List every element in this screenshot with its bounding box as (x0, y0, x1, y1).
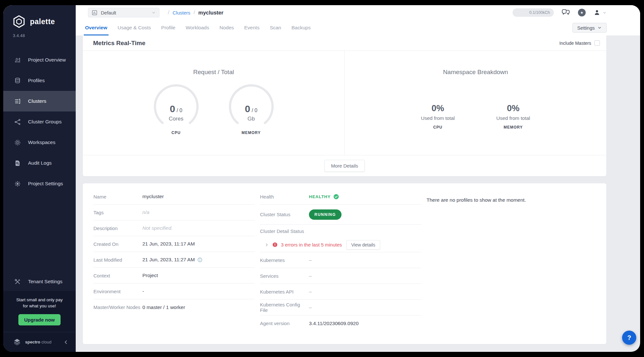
profiles-empty-message: There are no profiles to show at the mom… (427, 189, 597, 203)
user-menu[interactable] (593, 9, 607, 16)
usage-meter: 0.1/100kCh (513, 8, 554, 17)
cluster-error-row: 3 errors in the last 5 minutes View deta… (260, 237, 421, 252)
detail-row-cluster-status: Cluster Status RUNNING (260, 205, 421, 225)
clusters-icon (14, 98, 21, 105)
settings-button[interactable]: Settings (572, 23, 607, 33)
view-details-button[interactable]: View details (346, 240, 380, 250)
sidebar-item-label: Cluster Groups (28, 119, 62, 125)
star-badge-icon[interactable]: ★ (578, 9, 586, 16)
sidebar-item-workspaces[interactable]: Workspaces (3, 132, 76, 153)
cluster-detail-status-label: Cluster Detail Status (260, 225, 421, 237)
sidebar-item-label: Project Overview (28, 57, 66, 63)
main-area: Default / Clusters / mycluster 0.1/100kC… (76, 5, 640, 352)
details-right-column: There are no profiles to show at the mom… (427, 189, 597, 331)
sidebar-item-project-settings[interactable]: Project Settings (3, 173, 76, 194)
promo-text-line1: Start small and only pay (6, 297, 72, 303)
project-selector[interactable]: Default (88, 8, 159, 17)
document-search-icon (14, 160, 21, 167)
promo-text-line2: for what you use! (6, 303, 72, 309)
sidebar-item-label: Tenant Settings (28, 279, 62, 285)
include-masters-label: Include Masters (559, 41, 591, 46)
palette-logo-icon (12, 15, 26, 28)
breadcrumb-separator: / (168, 9, 169, 16)
chevron-down-icon (602, 11, 607, 15)
namespace-breakdown-panel: Namespace Breakdown 0% Used from total C… (344, 51, 606, 155)
details-middle-column: Health HEALTHY Cluster S (260, 189, 421, 331)
detail-row-environment: Environment - (93, 284, 255, 299)
check-circle-icon (333, 194, 339, 200)
tools-icon (14, 278, 21, 285)
sidebar-item-label: Workspaces (28, 140, 55, 145)
sidebar-item-label: Profiles (28, 78, 45, 83)
breadcrumb: / Clusters / mycluster (168, 9, 223, 16)
tab-profile[interactable]: Profile (161, 20, 175, 35)
gauge-unit: Cores (150, 116, 202, 122)
upgrade-now-button[interactable]: Upgrade now (18, 314, 61, 325)
tab-backups[interactable]: Backups (292, 20, 311, 35)
tab-nodes[interactable]: Nodes (219, 20, 234, 35)
stat-caption: Used from total (402, 115, 474, 121)
sidebar-item-clusters[interactable]: Clusters (3, 91, 76, 111)
breadcrumb-link-clusters[interactable]: Clusters (173, 10, 190, 15)
detail-row-context: Context Project (93, 268, 255, 284)
detail-row-created-on: Created On 21 Jun, 2023, 11:17 AM (93, 236, 255, 252)
tab-workloads[interactable]: Workloads (186, 20, 209, 35)
info-icon[interactable] (197, 257, 203, 263)
sidebar-item-audit-logs[interactable]: Audit Logs (3, 153, 76, 173)
sidebar-footer: spectro cloud (3, 332, 76, 352)
detail-row-health: Health HEALTHY (260, 189, 421, 205)
sidebar-item-profiles[interactable]: Profiles (3, 70, 76, 91)
gear-icon (14, 180, 21, 187)
stat-percent: 0% (402, 103, 474, 113)
gauge-total: / 0 (177, 108, 182, 113)
sidebar-item-project-overview[interactable]: Project Overview (3, 50, 76, 70)
tab-scan[interactable]: Scan (270, 20, 281, 35)
cluster-details-card: Name mycluster Tags n/a Description Not … (83, 183, 606, 344)
chevron-right-icon[interactable] (264, 243, 269, 247)
error-icon (272, 242, 278, 247)
app-window: palette 3.4.48 Project Overview (3, 5, 640, 352)
orbit-icon (14, 139, 21, 146)
sidebar-item-cluster-groups[interactable]: Cluster Groups (3, 111, 76, 132)
detail-row-services: Services – (260, 268, 421, 284)
namespace-cpu-stat: 0% Used from total CPU (402, 103, 474, 130)
chart-icon (14, 57, 21, 63)
tab-events[interactable]: Events (244, 20, 259, 35)
sidebar-item-label: Project Settings (28, 181, 63, 187)
tab-overview[interactable]: Overview (85, 20, 107, 35)
topbar-actions: 0.1/100kCh ★ (513, 8, 607, 17)
app-logo: palette (3, 5, 76, 28)
sidebar: palette 3.4.48 Project Overview (3, 5, 76, 352)
spectro-cloud-logo-icon (13, 338, 21, 346)
stat-percent: 0% (477, 103, 549, 113)
detail-row-kubernetes-api: Kubernetes API – (260, 284, 421, 300)
gauge-total: / 0 (252, 108, 257, 113)
tab-usage-costs[interactable]: Usage & Costs (118, 20, 151, 35)
sidebar-nav: Project Overview Profiles (3, 50, 76, 194)
gauge-value: 0 (245, 103, 250, 114)
detail-row-master-worker-nodes: Master/Worker Nodes 0 master / 1 worker (93, 299, 255, 315)
user-icon (593, 9, 601, 16)
request-total-title: Request / Total (193, 69, 234, 76)
stat-label: MEMORY (477, 125, 549, 130)
gauge-label: MEMORY (226, 130, 277, 135)
detail-row-kubernetes: Kubernetes – (260, 252, 421, 268)
sidebar-collapse-icon[interactable] (63, 340, 69, 345)
include-masters-checkbox[interactable] (594, 40, 600, 46)
error-message: 3 errors in the last 5 minutes (281, 242, 342, 247)
detail-row-name: Name mycluster (93, 189, 255, 205)
chevron-down-icon (597, 25, 602, 30)
chat-icon[interactable] (562, 9, 570, 17)
app-version: 3.4.48 (3, 28, 76, 38)
more-details-button[interactable]: More Details (324, 160, 364, 172)
detail-row-agent-version: Agent version 3.4.11/20230609.0920 (260, 315, 421, 331)
brand-name: spectro cloud (25, 340, 52, 344)
metrics-footer: More Details (83, 155, 606, 176)
namespace-memory-stat: 0% Used from total MEMORY (477, 103, 549, 130)
request-total-panel: Request / Total 0 / 0 Cores CPU (83, 51, 344, 155)
stat-caption: Used from total (477, 115, 549, 121)
metrics-header: Metrics Real-Time Include Masters (83, 35, 606, 51)
help-button[interactable]: ? (622, 331, 636, 345)
sidebar-item-tenant-settings[interactable]: Tenant Settings (3, 272, 76, 291)
project-selector-value: Default (101, 10, 116, 15)
